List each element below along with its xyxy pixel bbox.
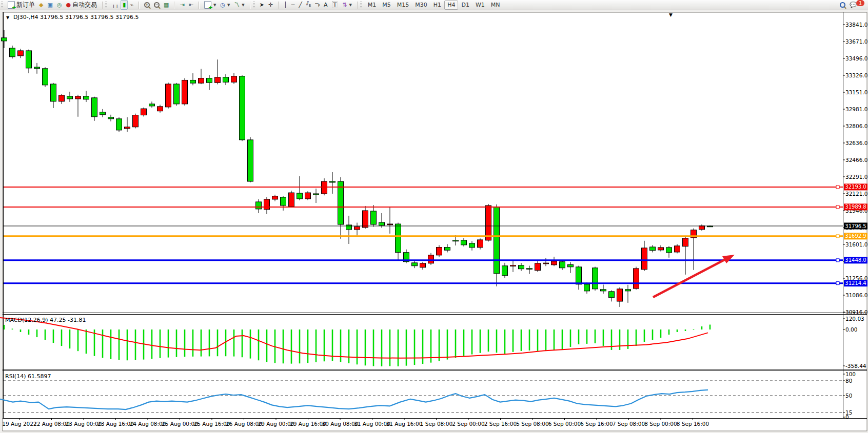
svg-text:6 Sep 00:00: 6 Sep 00:00 [548,421,581,427]
chart-window[interactable]: 33841.033671.033496.033326.033151.032981… [0,10,868,433]
svg-text:32636.0: 32636.0 [845,140,867,146]
svg-text:6 Sep 16:00: 6 Sep 16:00 [580,421,613,427]
svg-text:0: 0 [845,414,849,420]
timeframe-m15[interactable]: M15 [394,1,412,10]
svg-text:24 Aug 08:00: 24 Aug 08:00 [130,421,166,427]
hline-handle[interactable] [836,185,839,189]
new-chart-icon [204,1,211,9]
arrows-dropdown[interactable]: ⇅▼ [340,0,354,10]
tile-windows-button[interactable]: ▦ [162,0,171,10]
period-dropdown[interactable]: ◷▼ [218,0,232,10]
chat-bubble-icon: 💬 [850,2,857,8]
timeframe-w1[interactable]: W1 [472,1,488,10]
svg-text:23 Aug 00:00: 23 Aug 00:00 [66,421,102,427]
svg-text:32466.0: 32466.0 [845,157,867,163]
cursor-button[interactable]: ➤ [258,0,266,10]
timeframe-m1[interactable]: M1 [365,1,380,10]
svg-text:120.03: 120.03 [845,316,864,322]
timeframe-m5[interactable]: M5 [379,1,394,10]
channel-icon: ⫽E [306,1,311,9]
chevron-down-icon: ▼ [213,3,216,7]
svg-text:▼: ▼ [6,15,10,20]
svg-text:19 Aug 2022: 19 Aug 2022 [2,421,36,427]
notification-badge: 1 [856,0,864,6]
svg-text:31086.0: 31086.0 [845,292,867,298]
timeframe-m30[interactable]: M30 [412,1,430,10]
autotrading-button[interactable]: ● 自动交易 [64,0,99,10]
clock-icon: ◷ [220,2,225,8]
price-badge-label: 32193.0 [845,184,866,190]
svg-text:80: 80 [845,378,852,384]
bar-chart-button[interactable]: ╷╷ [110,0,121,10]
svg-text:-358.44: -358.44 [845,363,866,369]
hline-handle[interactable] [836,205,839,209]
new-order-icon [8,1,15,9]
search-button[interactable] [838,0,847,10]
text-label-button[interactable]: T [330,0,341,10]
timeframe-mn[interactable]: MN [488,1,503,10]
crosshair-button[interactable]: ✛ [266,0,275,10]
new-chart-dropdown[interactable]: ▼ [202,0,218,10]
svg-text:29 Aug 00:00: 29 Aug 00:00 [258,421,294,427]
zoom-out-button[interactable]: − [152,0,162,10]
svg-text:30 Aug 08:00: 30 Aug 08:00 [322,421,359,427]
toolbar-grip[interactable] [1,2,3,9]
chevron-down-icon: ▼ [242,3,244,7]
svg-text:31 Aug 00:00: 31 Aug 00:00 [354,421,390,427]
search-icon [840,2,845,8]
svg-text:8 Sep 00:00: 8 Sep 00:00 [644,421,677,427]
auto-scroll-button[interactable]: ⇥ [177,0,186,10]
rsi-label: RSI(14) 61.5897 [5,373,51,380]
svg-text:30916.0: 30916.0 [845,309,867,315]
cursor-icon: ➤ [260,2,264,8]
macd-label: MACD(12,26,9) 47.25 -31.81 [5,317,86,323]
timeframe-h1[interactable]: H1 [430,1,444,10]
zoom-in-icon: + [144,2,150,8]
svg-text:100: 100 [845,371,856,377]
metaeditor-icon: ◆ [39,2,43,8]
main-toolbar: 新订单 ◆ ▣ ◎ ● 自动交易 ╷╷ ▮ ⌁ + − ▦ ⇥ ⇤ ▼ ◷▼ 〽… [0,0,868,10]
svg-text:29 Aug 16:00: 29 Aug 16:00 [290,421,326,427]
svg-text:2 Sep 16:00: 2 Sep 16:00 [484,421,517,427]
charts-window-button[interactable]: ▣ [45,0,54,10]
svg-text:22 Aug 08:00: 22 Aug 08:00 [33,421,70,427]
fibonacci-icon: ┄F [315,1,320,9]
fibonacci-button[interactable]: ┄F [313,0,322,10]
price-badge-label: 31214.4 [845,280,866,286]
hline-handle[interactable] [836,259,839,262]
zoom-in-button[interactable]: + [142,0,152,10]
svg-text:32291.0: 32291.0 [845,174,867,180]
new-order-label: 新订单 [16,1,35,9]
text-button[interactable]: A [322,0,330,10]
indicator-icon: 〽 [234,2,240,8]
new-order-button[interactable]: 新订单 [6,0,37,10]
line-chart-button[interactable]: ⌁ [128,0,135,10]
indicators-dropdown[interactable]: 〽▼ [232,0,246,10]
line-chart-icon: ⌁ [130,2,133,8]
svg-text:0.00: 0.00 [845,326,857,333]
price-badge-label: 31796.5 [845,223,866,229]
hline-handle[interactable] [836,235,839,238]
scroll-marker[interactable]: ▼ [669,12,673,17]
trendline-icon: ╱ [299,2,302,8]
horizontal-line-button[interactable]: ─ [289,0,297,10]
trendline-button[interactable]: ╱ [297,0,304,10]
hline-handle[interactable] [836,282,839,285]
metaeditor-button[interactable]: ◆ [37,0,45,10]
chevron-down-icon: ▼ [227,3,230,7]
price-badge-label: 31692.9 [845,233,866,239]
channel-button[interactable]: ⫽E [304,0,313,10]
candlestick-chart-button[interactable]: ▮ [121,0,128,10]
timeframe-h4[interactable]: H4 [444,1,458,10]
chart-shift-icon: ⇤ [189,2,193,8]
timeframe-d1[interactable]: D1 [458,1,472,10]
vertical-line-button[interactable]: │ [282,0,289,10]
notifications-button[interactable]: 💬 1 [847,0,866,10]
price-chart-canvas[interactable]: 33841.033671.033496.033326.033151.032981… [0,10,868,433]
svg-text:25 Aug 16:00: 25 Aug 16:00 [194,421,230,427]
chart-shift-button[interactable]: ⇤ [187,0,195,10]
price-badge-label: 31989.8 [845,204,866,210]
signals-button[interactable]: ◎ [55,0,64,10]
svg-text:23 Aug 16:00: 23 Aug 16:00 [97,421,134,427]
mt4-terminal-window: { "toolbar": { "new_order_label": "新订单",… [0,0,868,433]
